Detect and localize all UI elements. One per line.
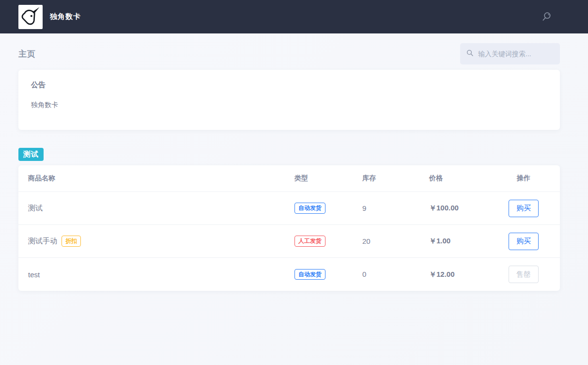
table-row: 测试手动 折扣 人工发货 20 ￥1.00 购买 <box>18 225 560 258</box>
header-goods-name: 商品名称 <box>28 174 294 183</box>
delivery-type-badge: 自动发货 <box>294 203 325 213</box>
goods-table: 商品名称 类型 库存 价格 操作 测试 自动发货 9 ￥100.00 购买 <box>18 165 560 291</box>
header-type: 类型 <box>294 174 362 183</box>
table-row: test 自动发货 0 ￥12.00 售罄 <box>18 258 560 291</box>
stock-value: 0 <box>362 270 366 278</box>
price-value: ￥12.00 <box>429 270 455 278</box>
stock-value: 9 <box>362 204 366 212</box>
group-badge: 测试 <box>18 148 44 161</box>
stock-value: 20 <box>362 237 371 245</box>
top-navbar: 独角数卡 <box>0 0 588 33</box>
brand-logo[interactable] <box>18 5 43 29</box>
announcement-body: 独角数卡 <box>31 101 547 110</box>
delivery-type-badge: 自动发货 <box>294 269 325 280</box>
keyword-search-box[interactable] <box>460 43 560 64</box>
buy-button[interactable]: 购买 <box>509 233 539 250</box>
header-action: 操作 <box>497 174 550 183</box>
navbar-search-icon[interactable] <box>541 11 552 22</box>
price-value: ￥100.00 <box>429 204 459 212</box>
page-title: 主页 <box>18 48 36 60</box>
search-input[interactable] <box>478 50 554 58</box>
buy-button[interactable]: 购买 <box>509 200 539 217</box>
goods-name: 测试手动 <box>28 237 57 246</box>
header-price: 价格 <box>429 174 497 183</box>
header-stock: 库存 <box>362 174 429 183</box>
price-value: ￥1.00 <box>429 237 450 245</box>
announcement-title: 公告 <box>31 80 547 90</box>
soldout-button: 售罄 <box>509 266 539 283</box>
goods-name: 测试 <box>28 204 43 213</box>
app-title: 独角数卡 <box>50 12 81 21</box>
search-icon <box>466 49 474 59</box>
unicorn-logo-icon <box>20 5 41 29</box>
main-content: 主页 公告 独角数卡 测试 商品名称 类型 库存 价格 操作 <box>0 43 588 291</box>
delivery-type-badge: 人工发货 <box>294 236 325 246</box>
table-row: 测试 自动发货 9 ￥100.00 购买 <box>18 192 560 225</box>
goods-name: test <box>28 270 40 279</box>
discount-badge: 折扣 <box>62 236 81 246</box>
page-head-row: 主页 <box>18 43 560 64</box>
table-header-row: 商品名称 类型 库存 价格 操作 <box>18 165 560 192</box>
announcement-card: 公告 独角数卡 <box>18 70 560 130</box>
